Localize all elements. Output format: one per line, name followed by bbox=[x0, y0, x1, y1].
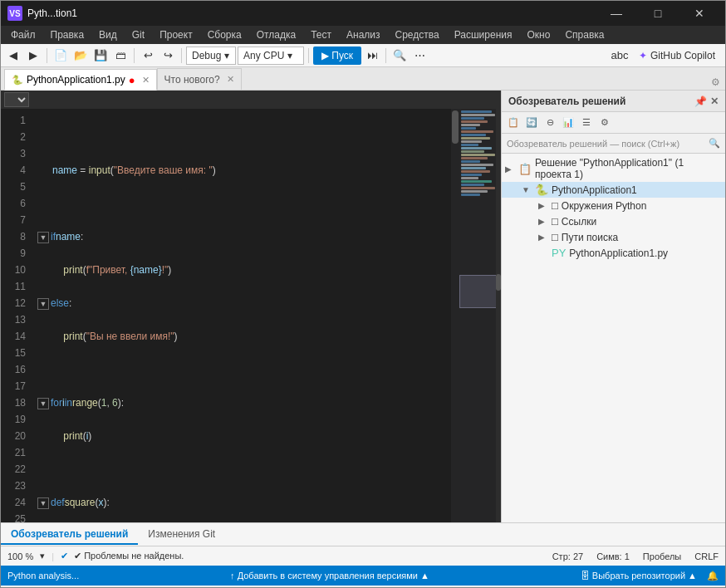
menu-debug[interactable]: Отладка bbox=[250, 26, 302, 44]
menu-git[interactable]: Git bbox=[125, 26, 151, 44]
fold-4[interactable]: ▼ bbox=[37, 232, 49, 243]
toolbar-step-over-btn[interactable]: ⏭ bbox=[363, 47, 381, 65]
spaces[interactable]: Пробелы bbox=[643, 551, 681, 561]
bottom-info-bar: 100 % ▾ | ✔ ✔ Проблемы не найдены. Стр: … bbox=[1, 546, 725, 566]
fold-12[interactable]: ▼ bbox=[37, 497, 49, 509]
tab-whatsnew[interactable]: Что нового? ✕ bbox=[157, 68, 242, 90]
menu-tools[interactable]: Средства bbox=[389, 26, 446, 44]
se-search-bar: Обозреватель решений — поиск (Ctrl+ж) 🔍 bbox=[502, 134, 725, 154]
se-collapse-btn[interactable]: ⊖ bbox=[542, 115, 558, 131]
title-bar-controls: — □ ✕ bbox=[597, 1, 719, 26]
minimap-content bbox=[459, 109, 501, 198]
project-icon: 🐍 bbox=[535, 184, 548, 196]
code-line-6: ▼else: bbox=[37, 295, 444, 311]
code-line-12: ▼def square(x): bbox=[37, 494, 444, 511]
tree-searchpaths[interactable]: ▶ □ Пути поиска bbox=[502, 229, 725, 245]
se-header-controls: 📌 ✕ bbox=[694, 96, 719, 107]
toolbar-forward-btn[interactable]: ▶ bbox=[24, 47, 42, 65]
tree-pyfile[interactable]: ▶ PY PythonApplication1.py bbox=[502, 245, 725, 261]
toolbar-sep3 bbox=[181, 48, 182, 63]
se-properties-btn[interactable]: 📊 bbox=[560, 115, 576, 131]
toolbar-redo-btn[interactable]: ↪ bbox=[159, 47, 177, 65]
toolbar-back-btn[interactable]: ◀ bbox=[4, 47, 22, 65]
menu-build[interactable]: Сборка bbox=[201, 26, 248, 44]
se-filter-btn[interactable]: ☰ bbox=[578, 115, 595, 131]
toolbar: ◀ ▶ 📄 📂 💾 🗃 ↩ ↪ Debug ▾ Any CPU ▾ ▶ Пуск… bbox=[1, 44, 725, 67]
title-bar: VS Pyth...tion1 — □ ✕ bbox=[1, 1, 725, 26]
searchpaths-icon: □ bbox=[552, 231, 558, 243]
toolbar-save-btn[interactable]: 💾 bbox=[91, 47, 110, 65]
python-file-icon: 🐍 bbox=[12, 75, 23, 86]
toolbar-format-btn[interactable]: abc bbox=[611, 47, 629, 65]
tab-pythonapp[interactable]: 🐍 PythonApplication1.py ● ✕ bbox=[4, 69, 157, 91]
menu-analyze[interactable]: Анализ bbox=[340, 26, 387, 44]
title-bar-left: VS Pyth...tion1 bbox=[7, 6, 77, 21]
se-close-btn[interactable]: ✕ bbox=[710, 96, 719, 107]
line-numbers: 12345 678910 1112131415 1617181920 21222… bbox=[1, 109, 31, 522]
menu-bar: Файл Правка Вид Git Проект Сборка Отладк… bbox=[1, 26, 725, 44]
menu-test[interactable]: Тест bbox=[304, 26, 338, 44]
se-title: Обозреватель решений bbox=[508, 96, 625, 107]
tree-environments[interactable]: ▶ □ Окружения Python bbox=[502, 198, 725, 213]
fold-6[interactable]: ▼ bbox=[37, 298, 49, 310]
zoom-dropdown[interactable]: ▾ bbox=[40, 551, 45, 561]
tree-project[interactable]: ▼ 🐍 PythonApplication1 bbox=[502, 182, 725, 198]
toolbar-save-all-btn[interactable]: 🗃 bbox=[111, 47, 130, 65]
se-refresh-btn[interactable]: 🔄 bbox=[523, 115, 540, 131]
minimize-button[interactable]: — bbox=[597, 1, 635, 26]
platform-dropdown[interactable]: Any CPU ▾ bbox=[238, 47, 304, 65]
tab-whatsnew-close[interactable]: ✕ bbox=[227, 74, 234, 85]
code-editor[interactable]: name = input("Введите ваше имя: ") ▼if n… bbox=[31, 109, 451, 522]
tab-pythonapp-close[interactable]: ✕ bbox=[142, 75, 150, 86]
se-pin-btn[interactable]: 📌 bbox=[694, 96, 707, 107]
toolbar-undo-btn[interactable]: ↩ bbox=[139, 47, 157, 65]
code-line-9: ▼for i in range(1, 6): bbox=[37, 394, 444, 411]
tab-bar-right: ⚙ bbox=[709, 75, 725, 90]
python-analysis-status[interactable]: Python analysis... bbox=[7, 571, 79, 581]
toolbar-new-btn[interactable]: 📄 bbox=[52, 47, 70, 65]
toolbar-open-btn[interactable]: 📂 bbox=[71, 47, 90, 65]
menu-extensions[interactable]: Расширения bbox=[448, 26, 519, 44]
menu-window[interactable]: Окно bbox=[520, 26, 557, 44]
code-line-7: print("Вы не ввели имя!") bbox=[37, 328, 444, 345]
repo-select-status[interactable]: 🗄 Выбрать репозиторий ▲ bbox=[581, 571, 697, 581]
minimap-scrollbar-thumb[interactable] bbox=[496, 274, 501, 291]
environments-arrow: ▶ bbox=[538, 201, 548, 210]
fold-9[interactable]: ▼ bbox=[37, 398, 49, 409]
menu-project[interactable]: Проект bbox=[153, 26, 199, 44]
project-arrow: ▼ bbox=[522, 185, 532, 194]
se-toolbar: 📋 🔄 ⊖ 📊 ☰ ⚙ bbox=[502, 112, 725, 134]
line-number: Стр: 27 bbox=[552, 551, 583, 561]
tree-references[interactable]: ▶ □ Ссылки bbox=[502, 213, 725, 229]
copilot-button[interactable]: ✦ GitHub Copilot bbox=[632, 48, 722, 63]
bottom-tab-git[interactable]: Изменения Git bbox=[138, 525, 225, 545]
pyfile-label: PythonApplication1.py bbox=[569, 247, 668, 259]
menu-file[interactable]: Файл bbox=[4, 26, 42, 44]
maximize-button[interactable]: □ bbox=[639, 1, 677, 26]
editor-scope-dropdown[interactable] bbox=[4, 92, 29, 107]
menu-edit[interactable]: Правка bbox=[44, 26, 91, 44]
se-show-all-btn[interactable]: 📋 bbox=[505, 115, 522, 131]
references-label: Ссылки bbox=[562, 216, 596, 228]
se-search-icon[interactable]: 🔍 bbox=[709, 138, 720, 149]
menu-help[interactable]: Справка bbox=[558, 26, 611, 44]
toolbar-more-btn[interactable]: ⋯ bbox=[410, 47, 429, 65]
se-config-btn[interactable]: ⚙ bbox=[596, 115, 613, 131]
encoding[interactable]: CRLF bbox=[694, 551, 719, 561]
configuration-dropdown[interactable]: Debug ▾ bbox=[186, 47, 236, 65]
vcs-add-status[interactable]: ↑ Добавить в систему управления версиями… bbox=[230, 571, 429, 581]
bottom-tab-solution[interactable]: Обозреватель решений bbox=[1, 525, 138, 545]
menu-view[interactable]: Вид bbox=[92, 26, 124, 44]
notifications-icon[interactable]: 🔔 bbox=[707, 571, 719, 581]
run-button[interactable]: ▶ Пуск bbox=[313, 47, 361, 65]
bottom-right-info: Стр: 27 Симв: 1 Пробелы CRLF bbox=[552, 551, 719, 561]
solution-explorer: Обозреватель решений 📌 ✕ 📋 🔄 ⊖ 📊 ☰ ⚙ Обо… bbox=[501, 91, 725, 522]
close-button[interactable]: ✕ bbox=[680, 1, 719, 26]
editor-scrollbar[interactable] bbox=[451, 109, 459, 522]
pin-icon[interactable]: ⚙ bbox=[709, 75, 722, 90]
zoom-level[interactable]: 100 % bbox=[7, 551, 33, 561]
scrollbar-thumb[interactable] bbox=[452, 110, 459, 144]
code-line-8 bbox=[37, 361, 444, 378]
tree-solution[interactable]: ▶ 📋 Решение "PythonApplication1" (1 прое… bbox=[502, 155, 725, 182]
toolbar-search-btn[interactable]: 🔍 bbox=[390, 47, 409, 65]
